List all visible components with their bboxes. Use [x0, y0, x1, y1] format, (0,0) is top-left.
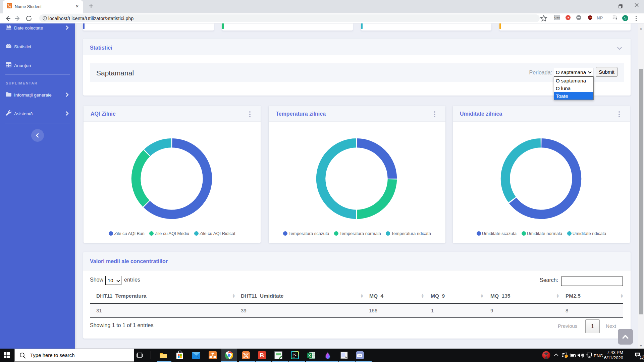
svg-text:UO: UO — [589, 16, 592, 18]
svg-text:X: X — [308, 354, 311, 358]
svg-text:PC: PC — [293, 353, 297, 356]
svg-text:B: B — [260, 352, 264, 359]
